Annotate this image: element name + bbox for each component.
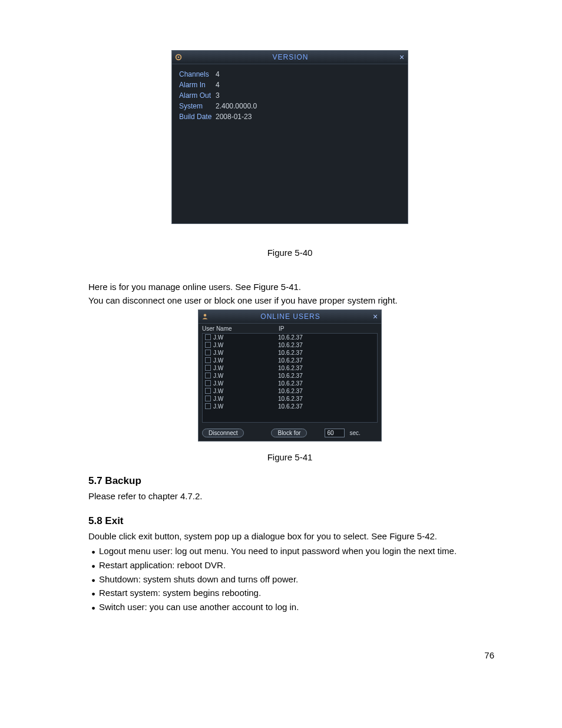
section-5-8-heading: 5.8 Exit bbox=[88, 515, 491, 527]
version-body: Channels4Alarm In4Alarm Out3System2.400.… bbox=[172, 64, 408, 223]
version-label: Build Date bbox=[179, 113, 216, 121]
row-checkbox[interactable] bbox=[205, 342, 211, 348]
online-user-row[interactable]: J.W10.6.2.37 bbox=[203, 395, 377, 403]
online-user-row[interactable]: J.W10.6.2.37 bbox=[203, 380, 377, 387]
row-ip: 10.6.2.37 bbox=[278, 341, 375, 349]
figure-5-41-caption: Figure 5-41 bbox=[88, 452, 491, 462]
version-label: Alarm Out bbox=[179, 91, 216, 100]
exit-option-item: Shutdown: system shuts down and turns of… bbox=[99, 573, 491, 586]
exit-option-item: Restart system: system begins rebooting. bbox=[99, 587, 491, 599]
online-user-row[interactable]: J.W10.6.2.37 bbox=[203, 341, 377, 349]
version-value: 4 bbox=[216, 81, 220, 89]
page-number: 76 bbox=[484, 650, 494, 660]
svg-point-1 bbox=[178, 57, 180, 58]
version-row: Build Date2008-01-23 bbox=[179, 113, 401, 121]
online-users-columns: User Name IP bbox=[199, 324, 381, 333]
row-user-name: J.W bbox=[213, 357, 278, 364]
row-user-name: J.W bbox=[213, 387, 278, 395]
row-checkbox[interactable] bbox=[205, 403, 211, 409]
row-user-name: J.W bbox=[213, 372, 278, 380]
disconnect-button[interactable]: Disconnect bbox=[202, 429, 244, 437]
row-ip: 10.6.2.37 bbox=[278, 403, 375, 410]
svg-point-2 bbox=[204, 314, 207, 317]
online-users-intro-1: Here is for you manage online users. See… bbox=[88, 281, 491, 293]
row-checkbox[interactable] bbox=[205, 357, 211, 363]
online-user-row[interactable]: J.W10.6.2.37 bbox=[203, 387, 377, 395]
row-user-name: J.W bbox=[213, 334, 278, 341]
row-ip: 10.6.2.37 bbox=[278, 364, 375, 372]
gear-icon bbox=[172, 51, 185, 64]
row-ip: 10.6.2.37 bbox=[278, 334, 375, 341]
row-checkbox[interactable] bbox=[205, 388, 211, 394]
column-user-name: User Name bbox=[202, 325, 279, 332]
version-dialog: VERSION × Channels4Alarm In4Alarm Out3Sy… bbox=[171, 50, 408, 224]
row-ip: 10.6.2.37 bbox=[278, 395, 375, 403]
block-for-button[interactable]: Block for bbox=[271, 429, 307, 437]
online-user-row[interactable]: J.W10.6.2.37 bbox=[203, 364, 377, 372]
row-ip: 10.6.2.37 bbox=[278, 349, 375, 357]
block-seconds-input[interactable]: 60 bbox=[325, 429, 345, 437]
online-user-row[interactable]: J.W10.6.2.37 bbox=[203, 357, 377, 364]
online-users-footer: Disconnect Block for 60 sec. bbox=[199, 425, 381, 441]
version-row: Alarm Out3 bbox=[179, 91, 401, 100]
exit-option-item: Restart application: reboot DVR. bbox=[99, 559, 491, 572]
figure-5-40-caption: Figure 5-40 bbox=[88, 248, 491, 258]
seconds-label: sec. bbox=[349, 430, 360, 436]
row-checkbox[interactable] bbox=[205, 380, 211, 386]
online-user-row[interactable]: J.W10.6.2.37 bbox=[203, 403, 377, 410]
online-users-dialog: ONLINE USERS × User Name IP J.W10.6.2.37… bbox=[198, 309, 382, 442]
exit-options-list: Logout menu user: log out menu. You need… bbox=[99, 545, 491, 614]
version-label: Channels bbox=[179, 70, 216, 78]
version-value: 2008-01-23 bbox=[216, 113, 252, 121]
exit-option-item: Switch user: you can use another account… bbox=[99, 601, 491, 614]
online-users-intro-2: You can disconnect one user or block one… bbox=[88, 295, 491, 307]
version-row: Alarm In4 bbox=[179, 81, 401, 89]
row-user-name: J.W bbox=[213, 380, 278, 387]
online-user-row[interactable]: J.W10.6.2.37 bbox=[203, 372, 377, 380]
online-users-titlebar: ONLINE USERS × bbox=[199, 310, 381, 324]
online-user-row[interactable]: J.W10.6.2.37 bbox=[203, 349, 377, 357]
version-title: VERSION bbox=[185, 53, 396, 61]
row-ip: 10.6.2.37 bbox=[278, 357, 375, 364]
row-checkbox[interactable] bbox=[205, 334, 211, 340]
row-user-name: J.W bbox=[213, 349, 278, 357]
row-checkbox[interactable] bbox=[205, 396, 211, 401]
version-label: Alarm In bbox=[179, 81, 216, 89]
version-value: 3 bbox=[216, 91, 220, 100]
version-value: 2.400.0000.0 bbox=[216, 102, 257, 110]
row-user-name: J.W bbox=[213, 395, 278, 403]
version-value: 4 bbox=[216, 70, 220, 78]
users-icon bbox=[199, 310, 211, 323]
row-checkbox[interactable] bbox=[205, 350, 211, 355]
exit-option-item: Logout menu user: log out menu. You need… bbox=[99, 545, 491, 558]
row-ip: 10.6.2.37 bbox=[278, 372, 375, 380]
version-row: System2.400.0000.0 bbox=[179, 102, 401, 110]
online-users-list: J.W10.6.2.37J.W10.6.2.37J.W10.6.2.37J.W1… bbox=[202, 333, 378, 423]
row-user-name: J.W bbox=[213, 364, 278, 372]
row-user-name: J.W bbox=[213, 403, 278, 410]
section-5-7-text: Please refer to chapter 4.7.2. bbox=[88, 490, 491, 502]
close-icon[interactable]: × bbox=[396, 53, 408, 61]
version-titlebar: VERSION × bbox=[172, 51, 408, 64]
row-checkbox[interactable] bbox=[205, 373, 211, 378]
version-row: Channels4 bbox=[179, 70, 401, 78]
version-label: System bbox=[179, 102, 216, 110]
section-5-8-text: Double click exit button, system pop up … bbox=[88, 531, 491, 542]
row-ip: 10.6.2.37 bbox=[278, 380, 375, 387]
section-5-7-heading: 5.7 Backup bbox=[88, 475, 491, 487]
close-icon[interactable]: × bbox=[369, 312, 381, 321]
row-checkbox[interactable] bbox=[205, 365, 211, 371]
column-ip: IP bbox=[279, 325, 378, 332]
online-users-title: ONLINE USERS bbox=[211, 312, 369, 321]
row-user-name: J.W bbox=[213, 341, 278, 349]
row-ip: 10.6.2.37 bbox=[278, 387, 375, 395]
online-user-row[interactable]: J.W10.6.2.37 bbox=[203, 334, 377, 341]
